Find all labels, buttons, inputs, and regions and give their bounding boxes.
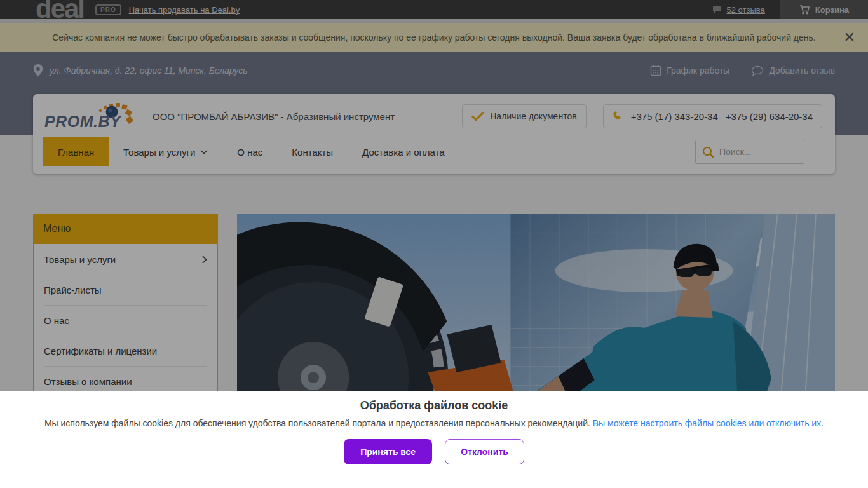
accept-all-button[interactable]: Принять все bbox=[344, 439, 432, 464]
cookie-dialog-title: Обработка файлов cookie bbox=[0, 399, 868, 412]
cookie-dialog-message: Мы используем файлы cookies для обеспече… bbox=[0, 418, 868, 428]
cookie-settings-link[interactable]: Вы можете настроить файлы cookies или от… bbox=[593, 418, 824, 428]
decline-button[interactable]: Отклонить bbox=[445, 439, 524, 464]
cookie-message-text: Мы используем файлы cookies для обеспече… bbox=[44, 418, 593, 428]
cookie-consent-dialog: Обработка файлов cookie Мы используем фа… bbox=[0, 391, 868, 488]
